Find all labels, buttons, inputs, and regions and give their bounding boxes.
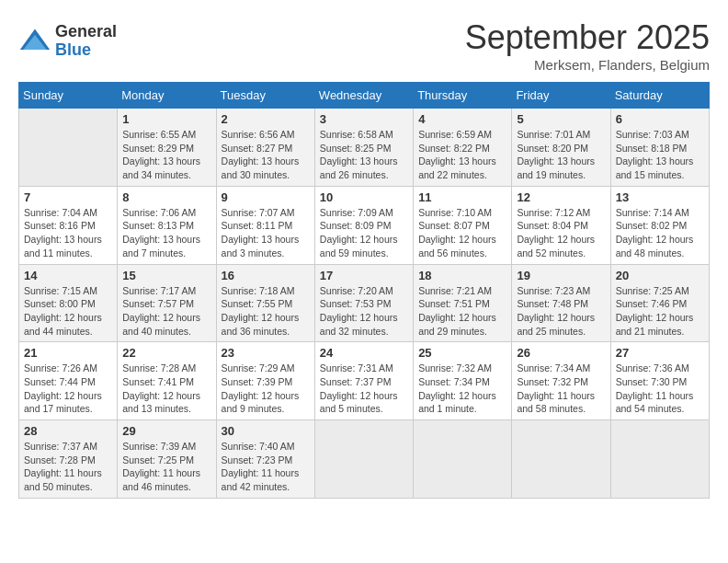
day-number: 25 bbox=[418, 346, 506, 360]
calendar-cell: 7Sunrise: 7:04 AMSunset: 8:16 PMDaylight… bbox=[19, 186, 118, 264]
calendar-cell: 8Sunrise: 7:06 AMSunset: 8:13 PMDaylight… bbox=[118, 186, 216, 264]
day-detail: Sunrise: 7:12 AMSunset: 8:04 PMDaylight:… bbox=[517, 206, 605, 260]
day-detail: Sunrise: 7:20 AMSunset: 7:53 PMDaylight:… bbox=[320, 284, 408, 339]
day-detail: Sunrise: 7:26 AMSunset: 7:44 PMDaylight:… bbox=[24, 362, 112, 416]
calendar-cell bbox=[512, 420, 610, 499]
calendar-header-row: SundayMondayTuesdayWednesdayThursdayFrid… bbox=[19, 83, 710, 109]
calendar-cell: 24Sunrise: 7:31 AMSunset: 7:37 PMDayligh… bbox=[314, 342, 413, 420]
logo-text: General Blue bbox=[55, 23, 117, 60]
day-number: 6 bbox=[616, 112, 704, 126]
day-number: 11 bbox=[418, 190, 506, 204]
day-detail: Sunrise: 7:25 AMSunset: 7:46 PMDaylight:… bbox=[616, 284, 704, 339]
day-detail: Sunrise: 6:55 AMSunset: 8:29 PMDaylight:… bbox=[122, 128, 210, 182]
day-detail: Sunrise: 7:01 AMSunset: 8:20 PMDaylight:… bbox=[517, 128, 605, 182]
calendar-cell: 19Sunrise: 7:23 AMSunset: 7:48 PMDayligh… bbox=[512, 264, 610, 342]
calendar-table: SundayMondayTuesdayWednesdayThursdayFrid… bbox=[18, 82, 710, 499]
day-number: 16 bbox=[222, 269, 310, 282]
day-number: 1 bbox=[122, 112, 210, 126]
calendar-cell: 30Sunrise: 7:40 AMSunset: 7:23 PMDayligh… bbox=[216, 420, 314, 499]
day-detail: Sunrise: 7:31 AMSunset: 7:37 PMDaylight:… bbox=[320, 362, 408, 416]
day-header-thursday: Thursday bbox=[414, 83, 512, 109]
calendar-week-row: 21Sunrise: 7:26 AMSunset: 7:44 PMDayligh… bbox=[19, 342, 710, 420]
calendar-week-row: 14Sunrise: 7:15 AMSunset: 8:00 PMDayligh… bbox=[19, 264, 710, 342]
day-number: 3 bbox=[320, 112, 408, 126]
calendar-cell: 12Sunrise: 7:12 AMSunset: 8:04 PMDayligh… bbox=[512, 186, 610, 264]
day-detail: Sunrise: 7:04 AMSunset: 8:16 PMDaylight:… bbox=[24, 206, 112, 260]
day-number: 18 bbox=[418, 269, 506, 282]
calendar-cell: 2Sunrise: 6:56 AMSunset: 8:27 PMDaylight… bbox=[216, 109, 314, 187]
day-header-friday: Friday bbox=[512, 83, 610, 109]
calendar-week-row: 28Sunrise: 7:37 AMSunset: 7:28 PMDayligh… bbox=[19, 420, 710, 499]
calendar-cell: 28Sunrise: 7:37 AMSunset: 7:28 PMDayligh… bbox=[19, 420, 118, 499]
day-number: 14 bbox=[24, 269, 112, 282]
day-detail: Sunrise: 7:14 AMSunset: 8:02 PMDaylight:… bbox=[616, 206, 704, 260]
logo-icon bbox=[18, 25, 51, 58]
day-detail: Sunrise: 7:10 AMSunset: 8:07 PMDaylight:… bbox=[418, 206, 506, 260]
day-number: 27 bbox=[616, 346, 704, 360]
calendar-cell: 13Sunrise: 7:14 AMSunset: 8:02 PMDayligh… bbox=[610, 186, 709, 264]
day-detail: Sunrise: 7:15 AMSunset: 8:00 PMDaylight:… bbox=[24, 284, 112, 339]
day-number: 24 bbox=[320, 346, 408, 360]
day-number: 15 bbox=[122, 269, 210, 282]
day-detail: Sunrise: 7:40 AMSunset: 7:23 PMDaylight:… bbox=[222, 440, 310, 494]
calendar-cell: 23Sunrise: 7:29 AMSunset: 7:39 PMDayligh… bbox=[216, 342, 314, 420]
calendar-cell: 21Sunrise: 7:26 AMSunset: 7:44 PMDayligh… bbox=[19, 342, 118, 420]
day-detail: Sunrise: 7:28 AMSunset: 7:41 PMDaylight:… bbox=[122, 362, 210, 416]
calendar-cell: 18Sunrise: 7:21 AMSunset: 7:51 PMDayligh… bbox=[414, 264, 512, 342]
day-number: 2 bbox=[222, 112, 310, 126]
calendar-cell: 6Sunrise: 7:03 AMSunset: 8:18 PMDaylight… bbox=[610, 109, 709, 187]
day-number: 17 bbox=[320, 269, 408, 282]
calendar-cell: 9Sunrise: 7:07 AMSunset: 8:11 PMDaylight… bbox=[216, 186, 314, 264]
day-number: 13 bbox=[616, 190, 704, 204]
day-detail: Sunrise: 7:23 AMSunset: 7:48 PMDaylight:… bbox=[517, 284, 605, 339]
calendar-week-row: 7Sunrise: 7:04 AMSunset: 8:16 PMDaylight… bbox=[19, 186, 710, 264]
logo-blue-text: Blue bbox=[55, 41, 117, 60]
day-detail: Sunrise: 7:36 AMSunset: 7:30 PMDaylight:… bbox=[616, 362, 704, 416]
calendar-cell: 15Sunrise: 7:17 AMSunset: 7:57 PMDayligh… bbox=[118, 264, 216, 342]
calendar-cell: 10Sunrise: 7:09 AMSunset: 8:09 PMDayligh… bbox=[314, 186, 413, 264]
calendar-cell: 22Sunrise: 7:28 AMSunset: 7:41 PMDayligh… bbox=[118, 342, 216, 420]
logo-general-text: General bbox=[55, 23, 117, 41]
month-title: September 2025 bbox=[465, 18, 710, 57]
day-number: 23 bbox=[222, 346, 310, 360]
day-detail: Sunrise: 7:39 AMSunset: 7:25 PMDaylight:… bbox=[122, 440, 210, 494]
day-number: 20 bbox=[616, 269, 704, 282]
day-detail: Sunrise: 7:07 AMSunset: 8:11 PMDaylight:… bbox=[222, 206, 310, 260]
day-detail: Sunrise: 7:32 AMSunset: 7:34 PMDaylight:… bbox=[418, 362, 506, 416]
day-number: 22 bbox=[122, 346, 210, 360]
day-number: 4 bbox=[418, 112, 506, 126]
location-subtitle: Merksem, Flanders, Belgium bbox=[465, 57, 710, 73]
day-detail: Sunrise: 7:37 AMSunset: 7:28 PMDaylight:… bbox=[24, 440, 112, 494]
day-number: 29 bbox=[122, 424, 210, 438]
calendar-cell: 26Sunrise: 7:34 AMSunset: 7:32 PMDayligh… bbox=[512, 342, 610, 420]
calendar-cell: 20Sunrise: 7:25 AMSunset: 7:46 PMDayligh… bbox=[610, 264, 709, 342]
day-detail: Sunrise: 7:21 AMSunset: 7:51 PMDaylight:… bbox=[418, 284, 506, 339]
day-number: 9 bbox=[222, 190, 310, 204]
title-area: September 2025 Merksem, Flanders, Belgiu… bbox=[465, 18, 710, 73]
day-detail: Sunrise: 7:03 AMSunset: 8:18 PMDaylight:… bbox=[616, 128, 704, 182]
calendar-week-row: 1Sunrise: 6:55 AMSunset: 8:29 PMDaylight… bbox=[19, 109, 710, 187]
calendar-cell: 17Sunrise: 7:20 AMSunset: 7:53 PMDayligh… bbox=[314, 264, 413, 342]
day-number: 7 bbox=[24, 190, 112, 204]
day-header-sunday: Sunday bbox=[19, 83, 118, 109]
day-header-saturday: Saturday bbox=[610, 83, 709, 109]
calendar-cell: 11Sunrise: 7:10 AMSunset: 8:07 PMDayligh… bbox=[414, 186, 512, 264]
day-detail: Sunrise: 7:17 AMSunset: 7:57 PMDaylight:… bbox=[122, 284, 210, 339]
day-detail: Sunrise: 7:06 AMSunset: 8:13 PMDaylight:… bbox=[122, 206, 210, 260]
day-number: 26 bbox=[517, 346, 605, 360]
calendar-cell bbox=[414, 420, 512, 499]
day-detail: Sunrise: 7:34 AMSunset: 7:32 PMDaylight:… bbox=[517, 362, 605, 416]
calendar-cell bbox=[314, 420, 413, 499]
day-number: 5 bbox=[517, 112, 605, 126]
calendar-cell: 16Sunrise: 7:18 AMSunset: 7:55 PMDayligh… bbox=[216, 264, 314, 342]
day-number: 8 bbox=[122, 190, 210, 204]
day-detail: Sunrise: 6:59 AMSunset: 8:22 PMDaylight:… bbox=[418, 128, 506, 182]
day-number: 21 bbox=[24, 346, 112, 360]
calendar-cell: 4Sunrise: 6:59 AMSunset: 8:22 PMDaylight… bbox=[414, 109, 512, 187]
calendar-cell: 1Sunrise: 6:55 AMSunset: 8:29 PMDaylight… bbox=[118, 109, 216, 187]
calendar-cell: 3Sunrise: 6:58 AMSunset: 8:25 PMDaylight… bbox=[314, 109, 413, 187]
day-number: 10 bbox=[320, 190, 408, 204]
calendar-cell bbox=[610, 420, 709, 499]
calendar-cell: 25Sunrise: 7:32 AMSunset: 7:34 PMDayligh… bbox=[414, 342, 512, 420]
header: General Blue September 2025 Merksem, Fla… bbox=[18, 18, 710, 73]
